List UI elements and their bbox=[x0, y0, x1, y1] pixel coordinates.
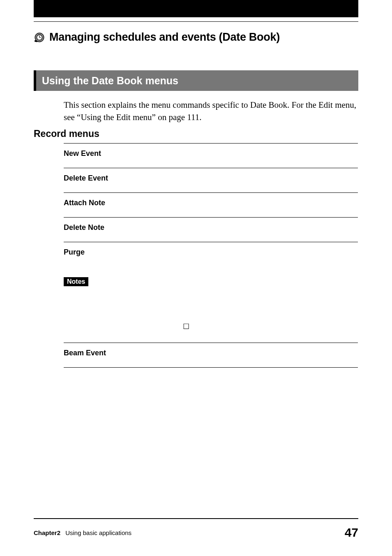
record-menus-heading: Record menus bbox=[34, 128, 99, 139]
footer-rule bbox=[34, 518, 358, 519]
table-row: Purge Notes ☐ bbox=[64, 242, 358, 343]
checkbox-icon: ☐ bbox=[183, 322, 189, 331]
footer-chapter: Chapter2 bbox=[34, 529, 60, 536]
table-row: New Event bbox=[64, 143, 358, 168]
table-row: Delete Note bbox=[64, 217, 358, 242]
table-row: Attach Note bbox=[64, 192, 358, 217]
svg-point-5 bbox=[36, 41, 37, 42]
top-rule bbox=[34, 21, 358, 22]
table-row: Beam Event bbox=[64, 343, 358, 368]
section-heading-row: Managing schedules and events (Date Book… bbox=[34, 31, 358, 44]
section-title: Managing schedules and events (Date Book… bbox=[49, 31, 280, 44]
intro-paragraph: This section explains the menu commands … bbox=[64, 99, 357, 124]
subsection-title: Using the Date Book menus bbox=[42, 75, 178, 87]
menu-item-label: Attach Note bbox=[64, 199, 105, 207]
menu-item-label: New Event bbox=[64, 149, 101, 158]
checkbox-line: ☐ bbox=[183, 322, 358, 338]
page: Managing schedules and events (Date Book… bbox=[0, 0, 392, 556]
menu-item-label: Purge bbox=[64, 248, 85, 256]
menu-item-label: Beam Event bbox=[64, 349, 106, 357]
menu-item-label: Delete Note bbox=[64, 223, 104, 232]
record-menus-table: New Event Delete Event Attach Note Delet… bbox=[64, 143, 358, 368]
notes-badge: Notes bbox=[64, 277, 88, 286]
table-row: Delete Event bbox=[64, 168, 358, 192]
date-book-icon bbox=[34, 32, 45, 43]
subsection-banner: Using the Date Book menus bbox=[34, 70, 358, 91]
svg-point-4 bbox=[35, 40, 36, 42]
page-number: 47 bbox=[345, 526, 358, 540]
footer-left: Chapter2 Using basic applications bbox=[34, 529, 131, 536]
top-header-bar bbox=[34, 0, 358, 17]
footer-description: Using basic applications bbox=[62, 529, 131, 536]
menu-item-label: Delete Event bbox=[64, 174, 108, 182]
